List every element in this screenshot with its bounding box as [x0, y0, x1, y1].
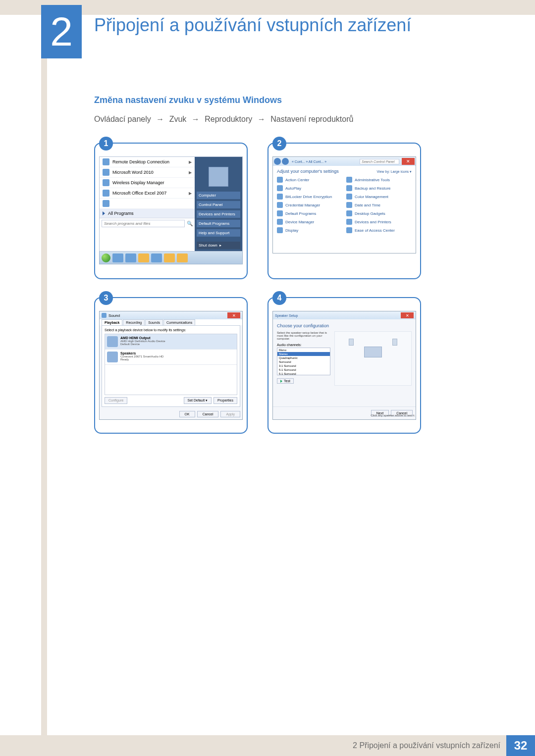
cancel-button[interactable]: Cancel	[197, 411, 219, 417]
close-button[interactable]: ✕	[227, 312, 240, 318]
taskbar-button[interactable]	[151, 253, 162, 262]
button-label: Set Default ▾	[188, 399, 208, 402]
start-tile[interactable]: Devices and Printers	[197, 210, 240, 218]
start-menu-left: Remote Desktop Connection ▶ Microsoft Wo…	[100, 157, 195, 251]
set-default-button[interactable]: Set Default ▾	[184, 397, 212, 404]
list-item[interactable]: Quadraphonic	[277, 356, 330, 360]
audio-channels-list[interactable]: Mono Stereo Quadraphonic Surround 3.1 Su…	[277, 348, 330, 375]
speaker-left-icon[interactable]	[349, 339, 354, 346]
start-tile-label: Default Programs	[199, 221, 229, 226]
start-tile[interactable]: Help and Support	[197, 229, 240, 237]
start-menu-item[interactable]: Wireless Display Manager	[100, 178, 195, 188]
start-tile[interactable]: Control Panel	[197, 201, 240, 208]
list-item[interactable]: Speakers Conexant 20671 SmartAudio HD Re…	[105, 350, 237, 365]
window-title-text: Sound	[108, 313, 120, 318]
list-item[interactable]: 5.1 Surround	[277, 368, 330, 372]
start-tile-label: Devices and Printers	[199, 212, 235, 216]
cp-item[interactable]: Display	[277, 227, 342, 233]
list-item[interactable]: Stereo	[277, 352, 330, 356]
triangle-icon	[103, 211, 105, 215]
cp-item-label: Device Manager	[285, 220, 314, 224]
cp-item[interactable]: Desktop Gadgets	[346, 210, 412, 216]
all-programs-button[interactable]: All Programs	[100, 209, 195, 218]
cp-item[interactable]: Date and Time	[346, 202, 412, 208]
properties-button[interactable]: Properties	[214, 397, 237, 404]
start-menu-item[interactable]: Microsoft Office Excel 2007 ▶	[100, 188, 195, 199]
close-button[interactable]: ✕	[402, 158, 415, 165]
device-texts: Speakers Conexant 20671 SmartAudio HD Re…	[120, 352, 163, 362]
tab-playback[interactable]: Playback	[102, 319, 122, 325]
cp-item[interactable]: Device Manager	[277, 219, 342, 225]
start-menu-item[interactable]: Remote Desktop Connection ▶	[100, 157, 195, 167]
cp-item[interactable]: BitLocker Drive Encryption	[277, 194, 342, 200]
user-avatar[interactable]	[209, 167, 228, 187]
breadcrumb[interactable]: « Cont... » All Cont... »	[292, 160, 326, 163]
list-item[interactable]: AMD HDMI Output AMD High Definition Audi…	[105, 334, 237, 350]
arrow-icon: →	[189, 115, 203, 123]
tab-communications[interactable]: Communications	[163, 319, 195, 325]
panels-grid: 1 Remote Desktop Connection ▶ Microsoft …	[94, 143, 421, 434]
speaker-right-icon[interactable]	[392, 339, 397, 346]
start-menu-item[interactable]	[100, 199, 195, 209]
tab-recording[interactable]: Recording	[123, 319, 145, 325]
list-item-label: Stereo	[279, 353, 288, 355]
cp-item-label: BitLocker Drive Encryption	[285, 195, 332, 199]
cp-item-icon	[277, 185, 283, 191]
cp-item[interactable]: Action Center	[277, 177, 342, 183]
cp-item[interactable]: Devices and Printers	[346, 219, 412, 225]
back-button[interactable]	[274, 158, 281, 165]
speaker-diagram	[334, 331, 412, 386]
taskbar-button[interactable]	[138, 253, 149, 262]
search-input[interactable]	[360, 159, 399, 164]
start-menu-item[interactable]: Microsoft Word 2010 ▶	[100, 167, 195, 178]
list-item[interactable]: 5.1 Surround	[277, 372, 330, 375]
list-item[interactable]: 3.1 Surround	[277, 364, 330, 368]
list-item-label: Mono	[279, 349, 286, 352]
taskbar-button[interactable]	[164, 253, 175, 262]
cp-item-icon	[277, 202, 283, 208]
configure-button[interactable]: Configure	[105, 397, 127, 404]
cp-item[interactable]: Credential Manager	[277, 202, 342, 208]
start-tile-label: Help and Support	[199, 231, 229, 235]
arrow-icon: →	[153, 115, 167, 123]
forward-button[interactable]	[282, 158, 289, 165]
cp-item[interactable]: AutoPlay	[277, 185, 342, 191]
list-item-label: 3.1 Surround	[279, 364, 296, 367]
tab-sounds[interactable]: Sounds	[145, 319, 163, 325]
test-button[interactable]: Test	[277, 378, 294, 384]
shutdown-button[interactable]: Shut down ▸	[197, 242, 240, 249]
section-title: Změna nastavení zvuku v systému Windows	[94, 95, 282, 105]
test-label: Test	[284, 379, 290, 383]
start-tile[interactable]: Computer	[197, 192, 240, 199]
start-tile[interactable]: Default Programs	[197, 220, 240, 227]
taskbar-button[interactable]	[112, 253, 123, 262]
cp-item-label: Administrative Tools	[355, 178, 390, 182]
device-texts: AMD HDMI Output AMD High Definition Audi…	[120, 336, 165, 347]
start-orb-icon[interactable]	[102, 253, 110, 262]
navigation-path: Ovládací panely → Zvuk → Reproduktory → …	[94, 115, 353, 124]
panel-number-badge: 4	[272, 291, 286, 305]
list-item[interactable]: Mono	[277, 348, 330, 352]
tab-label: Communications	[166, 321, 192, 324]
audio-channels-label: Audio channels:	[277, 343, 330, 347]
cp-item-icon	[277, 177, 283, 183]
cp-item[interactable]: Backup and Restore	[346, 185, 412, 191]
cp-item[interactable]: Default Programs	[277, 210, 342, 216]
search-input[interactable]	[102, 220, 185, 227]
arrow-icon: →	[255, 115, 268, 123]
page-number: 32	[506, 735, 535, 756]
cp-item[interactable]: Color Management	[346, 194, 412, 200]
apply-button[interactable]: Apply	[220, 411, 240, 417]
cp-item-icon	[346, 219, 352, 225]
cp-item-icon	[346, 194, 352, 200]
close-button[interactable]: ✕	[401, 312, 414, 318]
sound-footer: OK Cancel Apply	[100, 409, 242, 419]
start-menu-item-label: Wireless Display Manager	[112, 180, 164, 185]
ok-button[interactable]: OK	[179, 411, 195, 417]
taskbar-button[interactable]	[125, 253, 136, 262]
search-icon[interactable]: 🔍	[187, 221, 193, 226]
cp-item[interactable]: Administrative Tools	[346, 177, 412, 183]
list-item[interactable]: Surround	[277, 360, 330, 364]
taskbar-button[interactable]	[177, 253, 188, 262]
cp-item[interactable]: Ease of Access Center	[346, 227, 412, 233]
